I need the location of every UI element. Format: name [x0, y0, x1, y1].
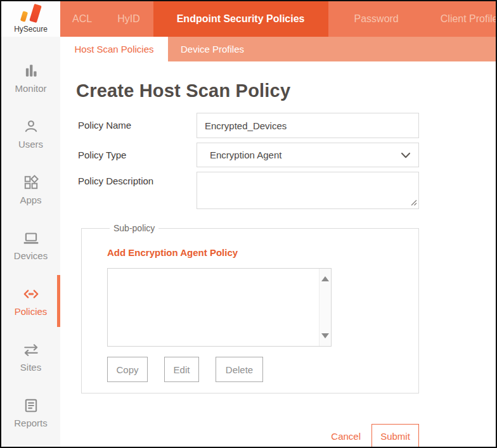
top-navigation: ACL HyID Endpoint Security Policies Pass… [60, 1, 496, 37]
nav-tab-label: Endpoint Security Policies [177, 13, 305, 25]
policy-description-label: Policy Description [78, 172, 197, 209]
sidebar-item-label: Users [18, 139, 43, 150]
delete-button[interactable]: Delete [216, 357, 263, 382]
policy-name-label: Policy Name [78, 113, 197, 138]
sidebar-item-label: Devices [14, 250, 48, 261]
logo-yellow-stroke [20, 11, 27, 22]
app-window: HySecure Monitor Users [0, 0, 497, 448]
right-column: ACL HyID Endpoint Security Policies Pass… [60, 1, 496, 447]
laptop-icon [22, 230, 40, 246]
scroll-up-icon[interactable] [321, 276, 329, 281]
add-encryption-agent-policy-link[interactable]: Add Encryption Agent Policy [107, 247, 238, 258]
policy-type-select[interactable]: Encryption Agent [197, 143, 419, 167]
sidebar-item-monitor[interactable]: Monitor [1, 50, 60, 106]
nav-tab-password[interactable]: Password [328, 1, 425, 37]
cancel-link[interactable]: Cancel [331, 431, 361, 442]
subtab-device-profiles[interactable]: Device Profiles [168, 37, 266, 61]
sidebar-item-label: Monitor [15, 83, 46, 94]
policy-name-row: Policy Name [78, 113, 496, 138]
subtab-label: Device Profiles [181, 44, 244, 54]
sub-policy-legend: Sub-policy [110, 223, 158, 233]
main-content: Create Host Scan Policy Policy Name Poli… [60, 61, 496, 447]
policy-name-input[interactable] [197, 113, 419, 138]
sub-policy-listbox[interactable] [107, 268, 332, 347]
listbox-scrollbar[interactable] [319, 269, 331, 346]
policy-type-selected-value: Encryption Agent [197, 150, 281, 160]
left-column: HySecure Monitor Users [1, 1, 60, 447]
sidebar-item-reports[interactable]: Reports [1, 385, 60, 440]
sidebar-item-sites[interactable]: Sites [1, 329, 60, 385]
sidebar-item-label: Apps [20, 195, 41, 205]
brand-logo-icon [15, 3, 47, 25]
subtab-label: Host Scan Policies [74, 44, 153, 54]
nav-tab-label: ACL [72, 13, 92, 25]
policy-type-row: Policy Type Encryption Agent [78, 143, 496, 167]
resize-handle-icon[interactable] [411, 200, 417, 206]
nav-tab-endpoint-security-policies[interactable]: Endpoint Security Policies [153, 1, 328, 37]
nav-tab-client-profiles[interactable]: Client Profiles [425, 1, 496, 37]
policy-description-row: Policy Description [78, 172, 496, 209]
apps-grid-icon [23, 174, 39, 191]
sidebar: Monitor Users Apps [1, 37, 60, 447]
nav-tab-label: HyID [117, 13, 140, 25]
submit-button[interactable]: Submit [371, 424, 419, 447]
nav-tab-hyid[interactable]: HyID [104, 1, 153, 37]
chevron-down-icon [401, 153, 410, 158]
scroll-down-icon[interactable] [321, 333, 329, 338]
sub-policy-fieldset: Sub-policy Add Encryption Agent Policy C… [81, 223, 419, 394]
sidebar-item-apps[interactable]: Apps [1, 162, 60, 217]
sidebar-item-users[interactable]: Users [1, 106, 60, 162]
sidebar-item-devices[interactable]: Devices [1, 217, 60, 273]
sidebar-item-policies[interactable]: Policies [1, 273, 60, 329]
copy-button[interactable]: Copy [107, 357, 148, 382]
swap-arrows-icon [22, 342, 40, 358]
subtab-host-scan-policies[interactable]: Host Scan Policies [60, 37, 168, 61]
policy-description-textarea[interactable] [197, 172, 419, 209]
form-actions: Cancel Submit [60, 424, 419, 447]
report-document-icon [23, 397, 39, 414]
logo-orange-stroke [29, 4, 42, 23]
sub-policy-buttons: Copy Edit Delete [107, 357, 418, 382]
policy-type-label: Policy Type [78, 143, 197, 167]
brand-logo[interactable]: HySecure [1, 1, 60, 37]
nav-tab-label: Client Profiles [441, 13, 496, 25]
page-title: Create Host Scan Policy [76, 80, 496, 101]
sidebar-item-label: Reports [14, 418, 48, 428]
user-icon [23, 118, 39, 135]
code-angle-brackets-icon [22, 286, 40, 302]
bar-chart-icon [23, 63, 39, 79]
sub-tab-bar: Host Scan Policies Device Profiles [60, 37, 496, 61]
sidebar-item-label: Policies [15, 306, 48, 317]
policy-description-wrap [197, 172, 419, 209]
brand-name: HySecure [14, 25, 48, 33]
nav-tab-label: Password [354, 13, 399, 25]
nav-tab-acl[interactable]: ACL [60, 1, 104, 37]
edit-button[interactable]: Edit [164, 357, 199, 382]
sidebar-item-label: Sites [20, 362, 41, 373]
host-scan-policy-form: Policy Name Policy Type Encryption Agent… [78, 113, 496, 209]
